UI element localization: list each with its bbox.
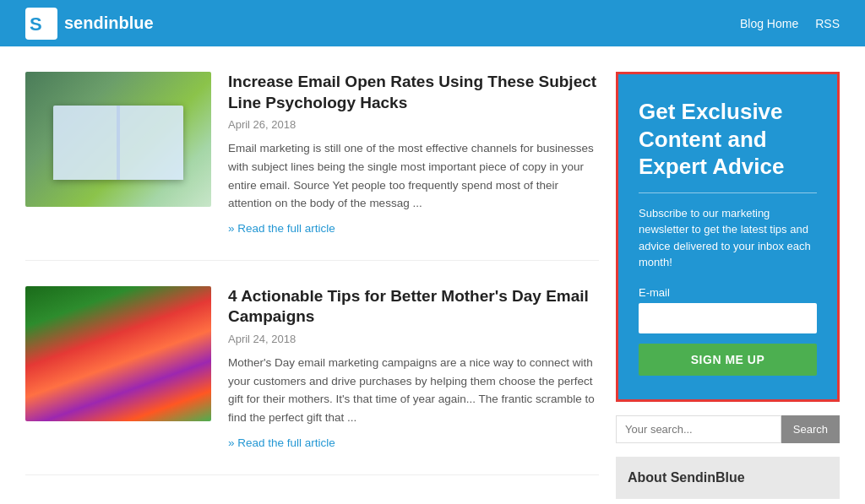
article-title-1: Increase Email Open Rates Using These Su… (228, 72, 599, 113)
logo-area: S sendinblue (25, 8, 154, 40)
search-input[interactable] (616, 415, 781, 443)
article-image-1 (25, 72, 211, 207)
subscribe-description: Subscribe to our marketing newsletter to… (639, 205, 817, 271)
logo-text: sendinblue (64, 14, 154, 33)
article-excerpt-2: Mother's Day email marketing campaigns a… (228, 354, 599, 426)
article-content-1: Increase Email Open Rates Using These Su… (228, 72, 599, 235)
article-title-2: 4 Actionable Tips for Better Mother's Da… (228, 286, 599, 328)
search-box: Search (616, 415, 840, 443)
about-title: About SendinBlue (628, 470, 828, 485)
article-excerpt-1: Email marketing is still one of the most… (228, 139, 599, 212)
subscribe-divider (639, 192, 817, 193)
article-card: Increase Email Open Rates Using These Su… (25, 72, 599, 261)
article-card-2: 4 Actionable Tips for Better Mother's Da… (25, 286, 599, 475)
read-more-link-2[interactable]: » Read the full article (228, 436, 335, 449)
article-date-1: April 26, 2018 (228, 118, 599, 131)
site-header: S sendinblue Blog Home RSS (0, 0, 865, 46)
sidebar: Get Exclusive Content and Expert Advice … (616, 72, 840, 501)
email-label: E-mail (639, 286, 817, 299)
email-input[interactable] (639, 303, 817, 333)
rss-link[interactable]: RSS (815, 17, 840, 30)
read-more-link-1[interactable]: » Read the full article (228, 222, 335, 235)
search-button[interactable]: Search (781, 415, 840, 443)
subscribe-title: Get Exclusive Content and Expert Advice (639, 98, 817, 181)
subscribe-box: Get Exclusive Content and Expert Advice … (616, 72, 840, 402)
book-image (25, 72, 211, 207)
content-area: Increase Email Open Rates Using These Su… (25, 72, 599, 501)
article-date-2: April 24, 2018 (228, 333, 599, 345)
tulips-image (25, 286, 211, 421)
main-nav: Blog Home RSS (740, 17, 840, 30)
svg-text:S: S (30, 14, 42, 35)
about-box: About SendinBlue (616, 457, 840, 499)
sendinblue-logo-icon: S (25, 8, 57, 40)
blog-home-link[interactable]: Blog Home (740, 17, 798, 30)
article-content-2: 4 Actionable Tips for Better Mother's Da… (228, 286, 599, 449)
sign-up-button[interactable]: SIGN ME UP (639, 344, 817, 376)
main-container: Increase Email Open Rates Using These Su… (0, 46, 865, 504)
article-image-2 (25, 286, 211, 421)
